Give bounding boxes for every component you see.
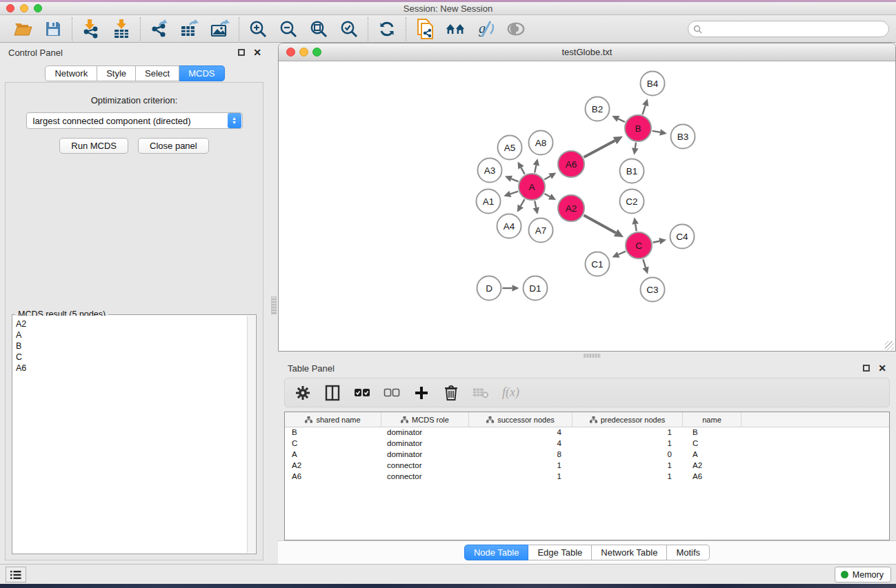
table-cell[interactable]: connector <box>381 460 469 472</box>
memory-button[interactable]: Memory <box>835 567 891 582</box>
result-item[interactable]: B <box>16 341 247 352</box>
refresh-icon[interactable] <box>377 19 397 39</box>
edge-A-A1[interactable] <box>510 192 518 194</box>
table-cell[interactable]: 1 <box>469 472 573 483</box>
table-cell[interactable]: B <box>683 427 741 438</box>
table-row[interactable]: A2connector11A2 <box>285 460 889 472</box>
show-columns-icon[interactable] <box>324 385 341 401</box>
table-cell[interactable]: B <box>285 427 381 438</box>
function-builder-button[interactable]: f(x) <box>502 385 519 401</box>
optimization-criterion-dropdown[interactable]: largest connected component (directed) ▲… <box>26 112 243 129</box>
tab-style[interactable]: Style <box>97 65 136 81</box>
table-cell[interactable]: A6 <box>683 472 741 483</box>
float-panel-icon[interactable] <box>238 49 245 56</box>
table-cell[interactable]: A6 <box>285 472 381 483</box>
tab-motifs[interactable]: Motifs <box>667 545 710 560</box>
delete-table-icon[interactable] <box>472 385 489 401</box>
select-all-icon[interactable] <box>354 385 370 401</box>
zoom-fit-icon[interactable] <box>309 19 328 39</box>
edge-C-C4[interactable] <box>653 241 660 243</box>
edge-B-B2[interactable] <box>618 119 625 122</box>
vizmapper-toggle-icon[interactable]: g <box>476 19 495 39</box>
deselect-all-icon[interactable] <box>384 385 400 401</box>
table-cell[interactable]: dominator <box>381 427 469 438</box>
table-row[interactable]: Bdominator41B <box>285 427 889 438</box>
edge-C-C1[interactable] <box>619 252 626 255</box>
edge-A2-C[interactable] <box>584 215 615 233</box>
table-cell[interactable]: 0 <box>573 449 683 460</box>
edge-B-B3[interactable] <box>653 131 660 132</box>
zoom-selected-icon[interactable] <box>339 19 359 39</box>
edge-A-A5[interactable] <box>521 168 524 174</box>
table-cell[interactable]: dominator <box>381 438 469 449</box>
tab-network[interactable]: Network <box>45 65 97 81</box>
column-header-predecessor-nodes[interactable]: predecessor nodes <box>573 412 683 427</box>
table-cell[interactable]: 8 <box>469 449 573 460</box>
result-item[interactable]: A6 <box>16 363 247 374</box>
column-header-name[interactable]: name <box>683 412 741 427</box>
table-cell[interactable]: A2 <box>285 460 381 472</box>
edge-A-A6[interactable] <box>544 176 550 180</box>
table-cell[interactable]: 1 <box>573 472 683 483</box>
edge-A-A7[interactable] <box>535 201 536 208</box>
result-item[interactable]: A <box>16 330 247 341</box>
table-cell[interactable]: 4 <box>469 427 573 438</box>
import-table-icon[interactable] <box>112 19 131 39</box>
table-cell[interactable]: A <box>683 449 741 460</box>
search-input[interactable] <box>688 21 889 37</box>
table-cell[interactable]: 4 <box>469 438 573 449</box>
column-header-MCDS-role[interactable]: MCDS role <box>381 412 469 427</box>
column-header-shared-name[interactable]: shared name <box>285 412 381 427</box>
result-list-scrollbar[interactable] <box>247 316 255 553</box>
export-network-icon[interactable] <box>150 19 169 39</box>
table-cell[interactable]: C <box>285 438 381 449</box>
run-mcds-button[interactable]: Run MCDS <box>59 138 128 154</box>
edge-C-C2[interactable] <box>635 224 637 231</box>
table-close-panel-icon[interactable]: ✕ <box>878 365 886 372</box>
edge-A-A8[interactable] <box>535 165 536 173</box>
task-history-button[interactable] <box>6 567 26 582</box>
edge-B-B4[interactable] <box>642 105 645 114</box>
tab-node-table[interactable]: Node Table <box>464 545 529 560</box>
edge-A6-B[interactable] <box>584 141 615 157</box>
open-session-icon[interactable] <box>13 19 32 39</box>
table-cell[interactable]: A2 <box>683 460 741 472</box>
tab-mcds[interactable]: MCDS <box>179 65 224 81</box>
export-table-icon[interactable] <box>180 19 199 39</box>
edge-A-A2[interactable] <box>544 194 550 196</box>
edge-A-A3[interactable] <box>511 179 518 181</box>
zoom-out-icon[interactable] <box>279 19 298 39</box>
tab-network-table[interactable]: Network Table <box>592 545 667 560</box>
horizontal-splitter-handle[interactable] <box>583 354 601 358</box>
network-canvas[interactable]: A5A8A3A1A4A7AA6A2B2B4BB3B1C2CC4C1C3DD1 <box>279 61 895 352</box>
table-cell[interactable]: 1 <box>469 460 573 472</box>
edge-B-B1[interactable] <box>635 143 636 148</box>
table-row[interactable]: Adominator80A <box>285 449 889 460</box>
show-hide-panel-eye-icon[interactable] <box>506 19 526 39</box>
tab-edge-table[interactable]: Edge Table <box>528 545 592 560</box>
add-column-icon[interactable] <box>413 385 430 401</box>
window-resize-grip[interactable] <box>885 341 894 350</box>
table-settings-gear-icon[interactable] <box>295 385 311 401</box>
birds-eye-view-icon[interactable] <box>446 19 465 39</box>
tab-select[interactable]: Select <box>136 65 179 81</box>
edge-A-A4[interactable] <box>521 199 525 206</box>
close-panel-button[interactable]: Close panel <box>138 138 209 154</box>
table-cell[interactable]: 1 <box>573 427 683 438</box>
result-item[interactable]: A2 <box>16 318 247 330</box>
result-item[interactable]: C <box>16 352 247 363</box>
close-panel-icon[interactable]: ✕ <box>253 49 261 56</box>
export-image-icon[interactable] <box>210 19 230 39</box>
table-float-panel-icon[interactable] <box>863 365 870 372</box>
table-cell[interactable]: dominator <box>381 449 469 460</box>
save-session-icon[interactable] <box>43 19 63 39</box>
table-cell[interactable]: 1 <box>573 460 683 472</box>
edge-C-C3[interactable] <box>643 259 646 267</box>
table-cell[interactable]: A <box>285 449 381 460</box>
vertical-splitter-handle[interactable] <box>271 296 277 314</box>
table-cell[interactable]: connector <box>381 472 469 483</box>
zoom-in-icon[interactable] <box>248 19 268 39</box>
delete-column-trash-icon[interactable] <box>443 385 459 401</box>
table-cell[interactable]: C <box>683 438 741 449</box>
table-cell[interactable]: 1 <box>573 438 683 449</box>
